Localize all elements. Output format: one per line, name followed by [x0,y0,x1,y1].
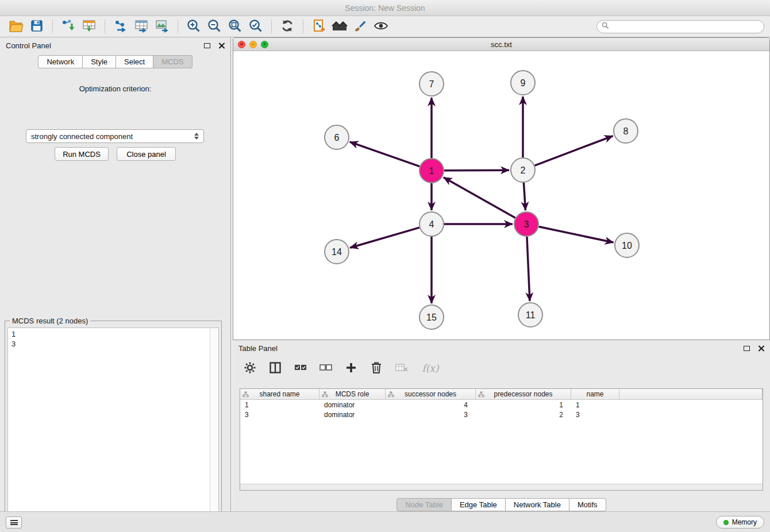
import-network-button[interactable] [58,18,79,35]
mcds-result-group: MCDS result (2 nodes) 1 3 [5,321,222,532]
deselect-all-button[interactable] [318,360,334,376]
export-image-icon [155,19,169,34]
memory-status-icon [723,520,729,525]
close-panel-icon[interactable] [758,345,764,352]
main-toolbar [0,16,770,37]
export-table-button[interactable] [131,18,152,35]
search-input[interactable] [612,22,759,30]
network-canvas[interactable]: 7968124314101511 [233,51,769,340]
tab-motifs[interactable]: Motifs [569,498,606,511]
run-mcds-button[interactable]: Run MCDS [55,147,109,161]
cell-mcds-role[interactable]: dominator [319,401,386,409]
search-box[interactable] [596,20,764,33]
trash-icon [371,362,382,375]
show-columns-button[interactable] [267,360,283,376]
toolbar-separator [52,20,53,33]
save-session-button[interactable] [26,18,47,35]
import-network-icon [61,19,75,34]
manage-styles-button[interactable] [309,18,329,35]
graph-node-label-6: 6 [334,133,340,142]
cell-name[interactable]: 1 [571,401,619,409]
column-label: successor nodes [405,390,456,398]
graph-edge-1-6[interactable] [350,142,420,167]
network-window-titlebar[interactable]: × − + scc.txt [233,38,769,51]
graph-edge-3-1[interactable] [444,178,515,218]
cell-mcds-role[interactable]: dominator [319,411,386,419]
graph-edge-2-8[interactable] [535,136,613,166]
delete-column-button[interactable] [368,360,384,376]
open-session-button[interactable] [6,18,26,35]
column-header-shared-name[interactable]: shared name [240,389,319,399]
graph-node-label-15: 15 [426,313,437,322]
apply-style-button[interactable] [350,18,371,35]
graph-edge-1-2[interactable] [444,170,509,171]
cell-shared-name[interactable]: 1 [240,401,319,409]
import-table-button[interactable] [79,18,99,35]
zoom-out-icon [207,19,221,34]
table-tabs: Node Table Edge Table Network Table Moti… [233,498,770,511]
function-builder-button: f(x) [419,360,442,376]
mcds-result-list[interactable]: 1 3 [7,327,219,532]
tab-select[interactable]: Select [116,55,153,68]
column-header-name[interactable]: name [571,389,619,399]
show-graphics-details-button[interactable] [371,18,391,35]
delete-table-icon [395,363,408,374]
float-panel-icon[interactable] [204,43,210,48]
tab-network-table[interactable]: Network Table [506,498,569,511]
memory-button[interactable]: Memory [716,516,764,529]
table-row[interactable]: 3 dominator 3 2 3 [240,410,763,419]
home-button[interactable] [329,18,350,35]
network-window-title: scc.txt [233,40,769,49]
zoom-fit-button[interactable] [225,18,245,35]
toolbar-separator [271,20,272,33]
export-image-button[interactable] [152,18,172,35]
column-header-predecessor-nodes[interactable]: predecessor nodes [476,389,571,399]
mcds-result-item[interactable]: 1 [11,329,215,339]
zoom-selected-button[interactable] [245,18,266,35]
zoom-out-button[interactable] [204,18,225,35]
table-settings-button[interactable] [242,360,258,376]
graph-edge-3-10[interactable] [539,227,614,242]
cell-predecessor-nodes[interactable]: 2 [476,411,571,419]
cell-successor-nodes[interactable]: 4 [386,401,476,409]
graph-edge-2-3[interactable] [523,183,525,210]
add-column-button[interactable] [343,360,359,376]
result-scrollbar[interactable] [210,328,218,532]
tab-edge-table[interactable]: Edge Table [452,498,506,511]
export-network-button[interactable] [110,18,131,35]
optimization-criterion-select[interactable]: strongly connected component [26,129,204,143]
graph-node-label-11: 11 [526,310,536,320]
close-panel-button[interactable]: Close panel [117,147,176,161]
horizontal-scrollbar[interactable] [240,484,763,490]
status-menu-button[interactable] [6,516,22,529]
graph-edge-4-14[interactable] [350,228,419,248]
tab-node-table[interactable]: Node Table [396,498,452,511]
dropdown-stepper-icon [194,133,199,140]
zoom-in-button[interactable] [183,18,204,35]
float-panel-icon[interactable] [744,346,750,351]
cell-name[interactable]: 3 [571,411,619,419]
column-label: predecessor nodes [494,390,552,398]
table-toolbar: f(x) [242,358,442,378]
delete-table-button [394,360,410,376]
cell-successor-nodes[interactable]: 3 [386,411,476,419]
close-panel-icon[interactable] [218,43,225,49]
style-document-icon [312,19,326,34]
tab-style[interactable]: Style [83,55,116,68]
tab-network[interactable]: Network [38,55,83,68]
tab-mcds[interactable]: MCDS [153,55,192,68]
table-row[interactable]: 1 dominator 4 1 1 [240,400,763,410]
refresh-button[interactable] [277,18,298,35]
gear-icon [244,362,256,375]
graph-node-label-9: 9 [521,78,526,88]
toolbar-separator [178,20,178,33]
cell-predecessor-nodes[interactable]: 1 [476,401,571,409]
column-header-mcds-role[interactable]: MCDS role [319,389,386,399]
column-header-successor-nodes[interactable]: successor nodes [386,389,476,399]
graph-edge-3-11[interactable] [527,237,530,301]
select-all-button[interactable] [292,360,309,376]
cell-shared-name[interactable]: 3 [240,411,319,419]
table-panel-title: Table Panel [238,344,278,353]
mcds-result-item[interactable]: 3 [11,339,215,349]
toolbar-separator [303,20,303,33]
